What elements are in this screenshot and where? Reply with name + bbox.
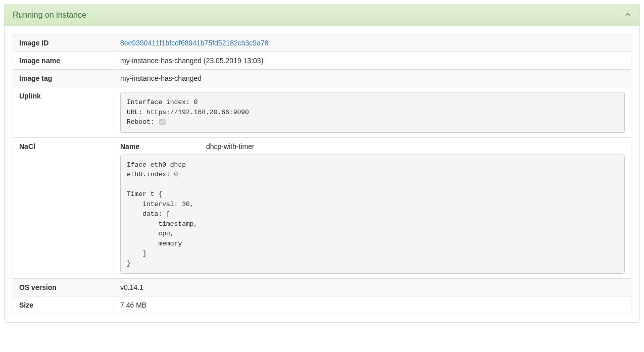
panel-body: Image ID 8ee9390411f1bfcdf68941b75fd5218… — [5, 26, 639, 322]
table-row: Uplink Interface index: 0URL: https://19… — [13, 87, 631, 138]
table-row: Image ID 8ee9390411f1bfcdf68941b75fd5218… — [13, 34, 631, 52]
image-id-label: Image ID — [13, 34, 114, 52]
chevron-up-icon — [624, 11, 631, 20]
table-row: OS version v0.14.1 — [13, 279, 631, 296]
table-row: Image name my-instance-has-changed (23.0… — [13, 52, 631, 70]
os-version-value: v0.14.1 — [114, 279, 631, 296]
nacl-header: Name dhcp-with-timer — [120, 142, 625, 150]
table-row: Image tag my-instance-has-changed — [13, 70, 631, 87]
uplink-url: URL: https://192.168.20.66:9090 — [127, 108, 618, 118]
nacl-container: Name dhcp-with-timer Iface eth0 dhcp eth… — [120, 142, 625, 274]
nacl-name-value: dhcp-with-timer — [206, 142, 625, 150]
image-id-cell: 8ee9390411f1bfcdf68941b75fd52182cb3c9a78 — [114, 34, 631, 52]
panel-header[interactable]: Running on instance — [5, 5, 639, 26]
nacl-cell: Name dhcp-with-timer Iface eth0 dhcp eth… — [114, 137, 631, 279]
image-tag-value: my-instance-has-changed — [114, 70, 631, 87]
instance-panel: Running on instance Image ID 8ee9390411f… — [4, 4, 640, 323]
uplink-block: Interface index: 0URL: https://192.168.2… — [120, 92, 625, 133]
uplink-reboot-label: Reboot: — [127, 118, 158, 126]
os-version-label: OS version — [13, 279, 114, 296]
uplink-interface-index: Interface index: 0 — [127, 97, 618, 108]
uplink-cell: Interface index: 0URL: https://192.168.2… — [114, 87, 631, 138]
panel-title: Running on instance — [13, 11, 86, 20]
uplink-label: Uplink — [13, 87, 114, 138]
size-value: 7.46 MB — [114, 296, 631, 314]
image-id-link[interactable]: 8ee9390411f1bfcdf68941b75fd52182cb3c9a78 — [120, 39, 269, 47]
nacl-label: NaCl — [13, 137, 114, 279]
size-label: Size — [13, 296, 114, 314]
nacl-name-label: Name — [120, 142, 206, 150]
image-tag-label: Image tag — [13, 70, 114, 87]
image-name-label: Image name — [13, 52, 114, 70]
image-name-value: my-instance-has-changed (23.05.2019 13:0… — [114, 52, 631, 70]
table-row: Size 7.46 MB — [13, 296, 631, 314]
uplink-reboot-checkbox — [159, 119, 166, 125]
nacl-code-block: Iface eth0 dhcp eth0.index: 0 Timer t { … — [120, 155, 625, 274]
table-row: NaCl Name dhcp-with-timer Iface eth0 dhc… — [13, 137, 631, 279]
instance-info-table: Image ID 8ee9390411f1bfcdf68941b75fd5218… — [13, 34, 631, 314]
